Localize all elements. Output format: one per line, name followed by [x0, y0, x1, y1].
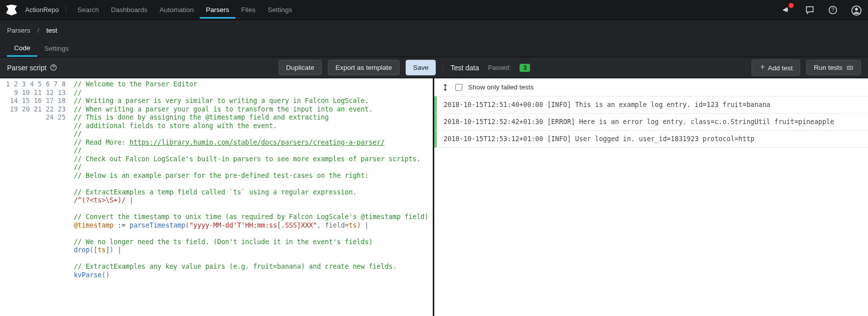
parser-script-label: Parser script	[7, 64, 57, 72]
show-only-failed-checkbox[interactable]	[455, 84, 462, 91]
svg-text:?: ?	[831, 7, 834, 13]
run-tests-button[interactable]: Run tests	[806, 60, 861, 75]
breadcrumb: Parsers / test	[0, 20, 868, 40]
nav-item-settings[interactable]: Settings	[262, 1, 298, 19]
toolbar-divider	[443, 60, 443, 75]
repo-name[interactable]: ActionRepo	[25, 6, 66, 14]
svg-point-5	[53, 69, 54, 69]
test-controls: Show only failed tests	[434, 78, 869, 96]
notification-badge	[789, 3, 794, 8]
line-gutter: 1 2 3 4 5 6 7 8 9 10 11 12 13 14 15 16 1…	[0, 78, 70, 316]
plus-icon	[759, 63, 766, 70]
passed-count-badge: 3	[520, 64, 530, 72]
keyboard-icon	[846, 64, 853, 71]
main-nav: SearchDashboardsAutomationParsersFilesSe…	[71, 1, 298, 19]
expand-collapse-icon[interactable]	[441, 83, 449, 91]
chat-icon[interactable]	[805, 5, 815, 15]
nav-item-dashboards[interactable]: Dashboards	[105, 1, 154, 19]
help-circle-icon[interactable]	[50, 64, 57, 71]
breadcrumb-current: test	[46, 27, 57, 34]
top-nav-bar: ActionRepo SearchDashboardsAutomationPar…	[0, 0, 868, 20]
passed-label: Passed:	[488, 64, 511, 71]
help-icon[interactable]: ?	[828, 5, 838, 15]
show-only-failed-label: Show only failed tests	[468, 83, 534, 91]
breadcrumb-root[interactable]: Parsers	[7, 27, 31, 34]
brand-logo-icon	[5, 4, 18, 17]
test-data-label: Test data	[450, 64, 479, 72]
nav-item-parsers[interactable]: Parsers	[200, 1, 235, 19]
export-template-button[interactable]: Export as template	[328, 60, 400, 75]
test-list: 2018-10-15T12:51:40+00:00 [INFO] This is…	[434, 96, 869, 316]
breadcrumb-separator: /	[38, 27, 40, 34]
code-area[interactable]: // Welcome to the Parser Editor // // Wr…	[70, 78, 433, 316]
parser-script-title-text: Parser script	[7, 64, 47, 72]
user-avatar-icon[interactable]	[851, 5, 861, 15]
nav-item-automation[interactable]: Automation	[154, 1, 200, 19]
run-tests-label: Run tests	[814, 64, 842, 71]
test-row[interactable]: 2018-10-15T12:52:42+01:30 [ERROR] Here i…	[434, 114, 869, 131]
tab-code[interactable]: Code	[7, 40, 37, 57]
test-data-pane: Show only failed tests 2018-10-15T12:51:…	[434, 78, 869, 316]
announcements-icon[interactable]	[782, 5, 792, 15]
toolbar: Parser script Duplicate Export as templa…	[0, 57, 868, 78]
test-row[interactable]: 2018-10-15T12:53:12+01:00 [INFO] User lo…	[434, 131, 869, 148]
test-row[interactable]: 2018-10-15T12:51:40+00:00 [INFO] This is…	[434, 96, 869, 114]
nav-item-files[interactable]: Files	[235, 1, 262, 19]
tab-settings[interactable]: Settings	[37, 40, 76, 57]
sub-tabs: CodeSettings	[0, 40, 868, 57]
code-editor-pane[interactable]: 1 2 3 4 5 6 7 8 9 10 11 12 13 14 15 16 1…	[0, 78, 434, 316]
svg-point-3	[855, 8, 858, 11]
duplicate-button[interactable]: Duplicate	[279, 60, 322, 75]
add-test-label: Add test	[768, 64, 793, 72]
add-test-button[interactable]: Add test	[752, 59, 800, 76]
save-button[interactable]: Save	[406, 60, 436, 75]
content-row: 1 2 3 4 5 6 7 8 9 10 11 12 13 14 15 16 1…	[0, 78, 868, 316]
nav-item-search[interactable]: Search	[71, 1, 105, 19]
